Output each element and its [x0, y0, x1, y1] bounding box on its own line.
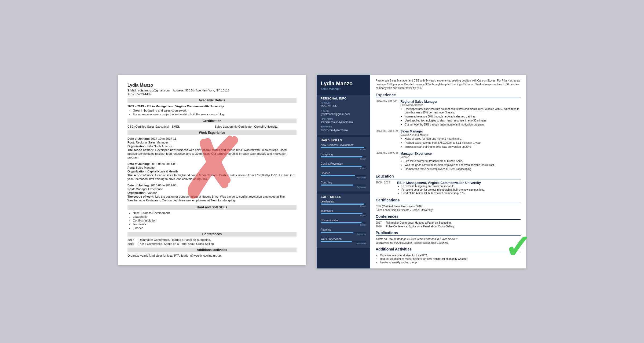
- r-additional-bullets: Organize yearly fundraiser for local PTA…: [380, 254, 521, 264]
- r-edu-bullets: Excelled in budgeting and sales coursewo…: [401, 185, 521, 195]
- r-exp-entry-1: 2014-10 - 2017-11 Regional Sales Manager…: [376, 100, 521, 127]
- hard-skill-1: New Business Development Expert: [321, 143, 366, 151]
- r-exp2-b1: Head of sales for high-end home & hearth…: [405, 137, 521, 141]
- soft-skill-4: Planning Advanced: [321, 228, 366, 235]
- conf1-text: Rainmaker Conference. Headed a Panel on …: [139, 238, 211, 241]
- phone-label: Phone: [321, 102, 366, 104]
- soft-skill-3-name: Communication: [321, 219, 366, 222]
- conf-section-title: Conferences: [127, 232, 297, 237]
- exp3-dates: 2010-06 to 2012-08: [151, 184, 176, 187]
- additional-text: Organize yearly fundraiser for local PTA…: [127, 254, 297, 257]
- r-exp3-bullets: Led the customer outreach team at Hubert…: [405, 159, 521, 171]
- email-label-r: E-mail: [321, 110, 366, 112]
- r-conf2-text: Pulse Conference. Spoke on a Panel about…: [386, 225, 455, 228]
- r-exp2-dates: 2013-08 - 2014-09: [376, 130, 398, 132]
- hard-skill-1-name: New Business Development: [321, 143, 366, 146]
- edu-degree: BS in Management, Virginia Commonwealth …: [147, 105, 224, 108]
- soft-skills-title: Soft Skills: [321, 195, 366, 198]
- cert-2: Sales Leadership Certificate - Cornell U…: [215, 125, 297, 128]
- r-conf1-year: 2017: [376, 221, 384, 224]
- r-exp2-b2: Pushed sales revenue from $750,000/yr to…: [405, 141, 521, 145]
- linkedin-label: LinkedIn: [321, 118, 366, 120]
- conf2-year: 2016: [127, 242, 136, 245]
- r-edu-b2: For a one-year senior project in leaders…: [401, 188, 521, 191]
- r-exp1-company: Pilla North America: [400, 104, 521, 106]
- twitter-label: Twitter: [321, 126, 366, 128]
- exp-entry-3: Date of Joining: 2010-06 to 2012-08 Post…: [127, 183, 297, 202]
- hard-skill-4-name: Finance: [321, 172, 366, 175]
- certifications-row: CSE (Certified Sales Executive) - SMEI. …: [127, 125, 297, 128]
- r-conf-section-title: Conferences: [376, 214, 521, 220]
- edu-dates: 2009 – 2013 –: [127, 105, 146, 108]
- skill-4: Teamwork: [133, 223, 297, 226]
- email-value: lydiafmanzo@gmail.com: [321, 113, 366, 116]
- skill-5: Finance: [133, 226, 297, 230]
- hard-skills-title: Hard Skills: [321, 139, 366, 142]
- soft-skill-1-level: Expert: [321, 205, 366, 207]
- twitter-value: twitter.com/lydiamanzo: [321, 129, 366, 132]
- r-conf1-text: Rainmaker Conference. Headed a Panel on …: [386, 221, 452, 224]
- soft-skill-2-name: Teamwork: [321, 209, 366, 212]
- left-name: Lydia Manzo: [127, 83, 297, 88]
- skills-list: New Business Development Leadership Conf…: [133, 211, 297, 230]
- hard-skill-4: Finance Advanced: [321, 172, 366, 179]
- main-content: Passionate Sales Manager and CSE with 4+…: [370, 75, 526, 268]
- hard-skill-2-name: Budgeting: [321, 153, 366, 156]
- r-edu-entry-1: 2009 - 2013 BS in Management, Virginia C…: [376, 181, 521, 195]
- exp1-dates: 2014-10 to 2017-11: [151, 137, 176, 140]
- exp1-org: Pilla North America: [147, 145, 173, 148]
- soft-skill-5-level: Advanced: [321, 242, 366, 245]
- r-exp1-title: Regional Sales Manager: [400, 100, 521, 104]
- sidebar: Lydia Manzo Sales Manager Personal Info …: [317, 75, 370, 268]
- address-label: Address:: [173, 89, 184, 92]
- edu-bullet-1: Great in budgeting and sales coursework.: [133, 109, 297, 112]
- r-edu-title: BS in Management, Virginia Commonwealth …: [397, 181, 521, 185]
- work-section-title: Work Experience: [127, 130, 297, 135]
- tel-label: Tel:: [127, 93, 132, 96]
- soft-skill-1: Leadership Expert: [321, 200, 366, 207]
- soft-skill-5-name: Work Supervision: [321, 238, 366, 241]
- experience-section-title: Experience: [376, 93, 521, 98]
- r-exp3-b1: Led the customer outreach team at Hubert…: [405, 159, 521, 163]
- r-cert-1: CSE (Certified Sales Executive) - SMEI.: [376, 205, 521, 208]
- r-exp2-bullets: Head of sales for high-end home & hearth…: [405, 137, 521, 149]
- exp1-post: Regional Sales Manager: [136, 141, 168, 144]
- conf-entry-2: 2016 Pulse Conference. Spoke on a Panel …: [127, 242, 297, 245]
- skill-2: Leadership: [133, 215, 297, 218]
- exp3-post: Manager Experience: [136, 187, 163, 191]
- phone-field: Phone 757-729-1432: [321, 102, 366, 108]
- exp3-org: Various: [147, 191, 157, 194]
- r-exp3-b3: On-boarded three new employees at Trent …: [405, 167, 521, 171]
- exp2-dates: 2013-08 to 2014-09: [151, 162, 176, 165]
- education-section-title: Education: [376, 174, 521, 179]
- r-edu-b3: Head of the Anime Club. Increased member…: [401, 192, 521, 195]
- soft-skill-3: Communication Expert: [321, 219, 366, 226]
- exp2-post: Sales Manager: [136, 166, 156, 169]
- hard-skill-2-level: Expert: [321, 158, 366, 160]
- hard-skill-2: Budgeting Expert: [321, 153, 366, 160]
- edu-bullets: Great in budgeting and sales coursework.…: [133, 109, 297, 116]
- r-pub-1: Article on How to Manage a Sales Team Pu…: [376, 238, 521, 241]
- personal-info-section: Personal Info Phone 757-729-1432 E-mail …: [317, 95, 370, 135]
- r-cert-2: Sales Leadership Certificate - Cornell U…: [376, 209, 521, 212]
- r-add-b3: Leader of weekly cycling group.: [380, 261, 521, 264]
- personal-section-title: Personal Info: [321, 97, 366, 100]
- hard-skill-3: Conflict Resolution Expert: [321, 162, 366, 169]
- linkedin-field: LinkedIn linkedin.com/in/lydiamanzo: [321, 118, 366, 124]
- email-label: E-Mail:: [127, 89, 137, 92]
- cert-section-title: Certification: [127, 119, 297, 123]
- conf1-year: 2017: [127, 238, 136, 241]
- twitter-field: Twitter twitter.com/lydiamanzo: [321, 126, 366, 132]
- exp-entry-1: Date of Joining: 2014-10 to 2017-11 Post…: [127, 137, 297, 159]
- hard-skill-5: Coaching Advanced: [321, 181, 366, 188]
- sidebar-name: Lydia Manzo: [321, 80, 366, 87]
- hard-skill-4-level: Advanced: [321, 176, 366, 179]
- exp-entry-2: Date of Joining: 2013-08 to 2014-09 Post…: [127, 162, 297, 181]
- r-exp1-dates: 2014-10 - 2017-11: [376, 100, 398, 103]
- r-exp1-b3: Used applied technologies to slash lead …: [405, 119, 521, 122]
- r-exp2-b3: Increased staff training to drive lead c…: [405, 145, 521, 149]
- sidebar-header: Lydia Manzo Sales Manager: [317, 75, 370, 93]
- exp2-org: Capital Home & Hearth: [147, 170, 178, 173]
- left-address: 350 5th Ave New York, NY, 10118: [185, 89, 229, 92]
- hard-skill-5-level: Advanced: [321, 186, 366, 188]
